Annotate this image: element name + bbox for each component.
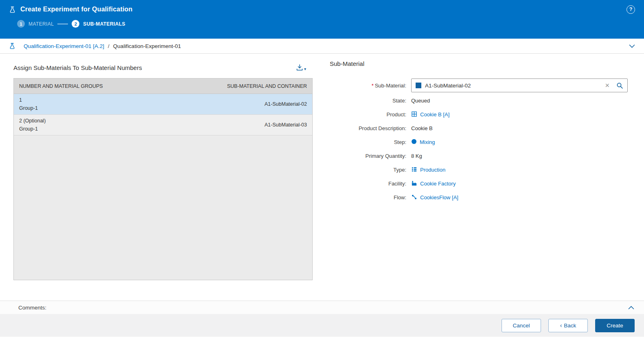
sub-material-panel-title: Sub-Material: [330, 60, 632, 67]
state-value: Queued: [411, 98, 430, 104]
column-header-sub-material: SUB-MATERIAL AND CONTAINER: [227, 83, 307, 89]
breadcrumb: Qualification-Experiment-01 [A.2] / Qual…: [0, 39, 644, 54]
field-sub-material: *Sub-Material: ×: [330, 78, 632, 92]
import-icon: [296, 64, 303, 71]
flow-icon: [411, 194, 417, 201]
step-connector: [57, 24, 68, 24]
chevron-up-icon[interactable]: [628, 306, 634, 309]
step-2-circle: 2: [72, 20, 79, 28]
type-link[interactable]: Production: [420, 167, 445, 173]
search-icon[interactable]: [615, 82, 623, 89]
facility-icon: [411, 180, 417, 187]
field-product: Product: Cookie B [A]: [330, 110, 632, 119]
flask-icon: [9, 43, 15, 49]
state-label: State:: [330, 98, 411, 104]
sub-material-panel: Sub-Material *Sub-Material: × State: Que…: [330, 60, 632, 301]
product-link[interactable]: Cookie B [A]: [420, 111, 449, 118]
assign-panel-title: Assign Sub-Materials To Sub-Material Num…: [13, 64, 142, 71]
primary-quantity-label: Primary Quantity:: [330, 153, 411, 159]
type-label: Type:: [330, 167, 411, 173]
field-type: Type: Production: [330, 166, 632, 174]
product-icon: [411, 111, 417, 118]
table-row[interactable]: 2 (Optional) Group-1 A1-SubMaterial-03: [14, 115, 312, 135]
field-step: Step: Mixing: [330, 138, 632, 146]
breadcrumb-current: Qualification-Experiment-01: [113, 43, 181, 49]
import-button[interactable]: ▾: [296, 64, 306, 71]
row-sub-material: A1-SubMaterial-03: [265, 122, 307, 128]
step-icon: [411, 139, 417, 146]
breadcrumb-link[interactable]: Qualification-Experiment-01 [A.2]: [24, 43, 104, 49]
product-description-label: Product Description:: [330, 125, 411, 131]
chevron-down-icon[interactable]: [629, 44, 635, 48]
row-number: 2 (Optional): [19, 117, 46, 125]
app-header: Create Experiment for Qualification ? 1 …: [0, 0, 644, 39]
field-facility: Facility: Cookie Factory: [330, 179, 632, 188]
step-material[interactable]: 1 MATERIAL: [17, 20, 54, 28]
create-button[interactable]: Create: [595, 319, 635, 332]
page-title: Create Experiment for Qualification: [20, 6, 133, 13]
field-state: State: Queued: [330, 96, 632, 105]
clear-icon[interactable]: ×: [603, 83, 611, 88]
row-group: Group-1: [19, 104, 38, 112]
header-top: Create Experiment for Qualification ?: [0, 0, 644, 19]
help-button[interactable]: ?: [626, 5, 635, 14]
caret-down-icon: ▾: [304, 67, 306, 71]
step-link[interactable]: Mixing: [420, 139, 435, 145]
footer-actions: Cancel ‹Back Create: [0, 314, 644, 337]
chevron-left-icon: ‹: [560, 322, 562, 329]
row-sub-material: A1-SubMaterial-02: [265, 101, 307, 107]
type-icon: [411, 166, 417, 174]
field-product-description: Product Description: Cookie B: [330, 124, 632, 133]
row-number: 1: [19, 96, 38, 104]
product-label: Product:: [330, 111, 411, 118]
cancel-button[interactable]: Cancel: [502, 319, 541, 332]
sub-material-label: *Sub-Material:: [330, 83, 411, 89]
step-2-label: SUB-MATERIALS: [83, 21, 125, 27]
table-row[interactable]: 1 Group-1 A1-SubMaterial-02: [14, 94, 312, 115]
material-icon: [416, 83, 421, 88]
step-label: Step:: [330, 139, 411, 145]
main-content: Assign Sub-Materials To Sub-Material Num…: [0, 54, 644, 301]
field-flow: Flow: CookiesFlow [A]: [330, 193, 632, 202]
row-number-group-cell: 2 (Optional) Group-1: [19, 117, 46, 133]
flask-icon: [9, 6, 16, 13]
sub-material-input[interactable]: [425, 83, 600, 89]
sub-materials-table: NUMBER AND MATERIAL GROUPS SUB-MATERIAL …: [13, 78, 313, 280]
flow-label: Flow:: [330, 194, 411, 201]
back-button[interactable]: ‹Back: [548, 319, 588, 332]
flow-link[interactable]: CookiesFlow [A]: [420, 194, 458, 201]
help-icon: ?: [629, 7, 633, 12]
assign-panel-header: Assign Sub-Materials To Sub-Material Num…: [13, 60, 313, 75]
row-number-group-cell: 1 Group-1: [19, 96, 38, 112]
facility-label: Facility:: [330, 181, 411, 187]
comments-label: Comments:: [18, 305, 46, 311]
product-description-value: Cookie B: [411, 125, 433, 131]
breadcrumb-separator: /: [108, 43, 110, 49]
table-empty-area: [14, 135, 312, 280]
required-marker: *: [372, 83, 374, 89]
sub-material-input-box: ×: [411, 78, 628, 92]
comments-bar: Comments:: [0, 301, 644, 314]
step-1-circle: 1: [17, 20, 25, 28]
step-1-label: MATERIAL: [28, 21, 54, 27]
step-sub-materials[interactable]: 2 SUB-MATERIALS: [72, 20, 125, 28]
row-group: Group-1: [19, 125, 46, 133]
assign-panel: Assign Sub-Materials To Sub-Material Num…: [13, 60, 313, 301]
table-header-row: NUMBER AND MATERIAL GROUPS SUB-MATERIAL …: [14, 78, 312, 94]
primary-quantity-value: 8 Kg: [411, 153, 422, 159]
wizard-stepper: 1 MATERIAL 2 SUB-MATERIALS: [0, 20, 644, 28]
field-primary-quantity: Primary Quantity: 8 Kg: [330, 152, 632, 160]
column-header-number-groups: NUMBER AND MATERIAL GROUPS: [19, 83, 103, 89]
facility-link[interactable]: Cookie Factory: [420, 181, 456, 187]
